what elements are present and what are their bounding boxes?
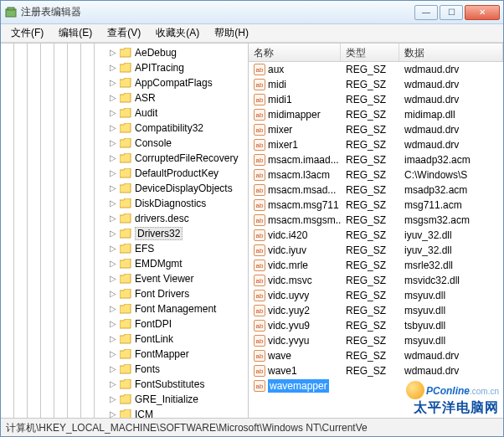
tree-node[interactable]: ▷Compatibility32	[1, 121, 248, 136]
tree-node[interactable]: ▷ICM	[1, 407, 248, 418]
menu-edit[interactable]: 编辑(E)	[52, 24, 99, 42]
expand-icon[interactable]: ▷	[108, 199, 117, 208]
string-value-icon: ab	[254, 139, 265, 151]
expand-icon[interactable]: ▷	[108, 229, 117, 239]
tree-node[interactable]: ▷ASR	[1, 90, 248, 105]
expand-icon[interactable]: ▷	[108, 79, 117, 88]
col-header-type[interactable]: 类型	[341, 44, 399, 61]
expand-icon[interactable]: ▷	[108, 290, 117, 299]
list-row[interactable]: abmidimapperREG_SZmidimap.dll	[249, 107, 503, 122]
folder-icon	[120, 304, 131, 314]
list-header: 名称 类型 数据	[249, 44, 503, 62]
list-row[interactable]: abwavemapper	[249, 378, 503, 393]
value-name: msacm.l3acm	[268, 169, 330, 181]
tree-node[interactable]: ▷Font Management	[1, 301, 248, 316]
menu-help[interactable]: 帮助(H)	[208, 24, 255, 42]
list-row[interactable]: abmsacm.msad...REG_SZmsadp32.acm	[249, 183, 503, 198]
tree-node[interactable]: ▷drivers.desc	[1, 211, 248, 226]
tree-node[interactable]: ▷Fonts	[1, 362, 248, 377]
string-value-icon: ab	[254, 350, 265, 362]
list-row[interactable]: abvidc.uyvyREG_SZmsyuv.dll	[249, 288, 503, 303]
tree-node[interactable]: ▷FontMapper	[1, 347, 248, 362]
list-row[interactable]: abwaveREG_SZwdmaud.drv	[249, 348, 503, 363]
menu-file[interactable]: 文件(F)	[4, 24, 50, 42]
expand-icon[interactable]: ▷	[108, 64, 117, 73]
maximize-button[interactable]: ☐	[440, 5, 463, 20]
string-value-icon: ab	[254, 320, 265, 332]
tree-node[interactable]: ▷APITracing	[1, 60, 248, 75]
tree-node[interactable]: ▷FontLink	[1, 332, 248, 347]
close-button[interactable]: ✕	[465, 5, 500, 20]
expand-icon[interactable]: ▷	[108, 395, 117, 404]
list-row[interactable]: abmidi1REG_SZwdmaud.drv	[249, 92, 503, 107]
expand-icon[interactable]: ▷	[108, 49, 117, 58]
value-name: vidc.iyuv	[268, 244, 306, 256]
tree-node[interactable]: ▷AeDebug	[1, 45, 248, 60]
tree-label: Font Drivers	[135, 288, 189, 300]
titlebar[interactable]: 注册表编辑器 — ☐ ✕	[1, 1, 503, 24]
expand-icon[interactable]: ▷	[108, 109, 117, 118]
expand-icon[interactable]: ▷	[108, 154, 117, 163]
expand-icon[interactable]: ▷	[108, 94, 117, 103]
expand-icon[interactable]: ▷	[108, 305, 117, 314]
list-row[interactable]: abvidc.i420REG_SZiyuv_32.dll	[249, 228, 503, 243]
list-row[interactable]: abvidc.yuy2REG_SZmsyuv.dll	[249, 303, 503, 318]
value-name: msacm.msgsm...	[268, 214, 341, 226]
list-row[interactable]: abmidiREG_SZwdmaud.drv	[249, 77, 503, 92]
tree-label: FontSubstitutes	[135, 378, 204, 390]
tree-node[interactable]: ▷DefaultProductKey	[1, 166, 248, 181]
expand-icon[interactable]: ▷	[108, 184, 117, 193]
list-row[interactable]: abvidc.iyuvREG_SZiyuv_32.dll	[249, 243, 503, 258]
list-row[interactable]: abvidc.yvu9REG_SZtsbyuv.dll	[249, 318, 503, 333]
tree-label: Event Viewer	[135, 273, 193, 285]
expand-icon[interactable]: ▷	[108, 124, 117, 133]
expand-icon[interactable]: ▷	[108, 260, 117, 269]
list-row[interactable]: abmixer1REG_SZwdmaud.drv	[249, 137, 503, 152]
list-row[interactable]: abvidc.mrleREG_SZmsrle32.dll	[249, 258, 503, 273]
expand-icon[interactable]: ▷	[108, 169, 117, 178]
tree-pane[interactable]: ▷AeDebug▷APITracing▷AppCompatFlags▷ASR▷A…	[1, 44, 249, 418]
value-data: msyuv.dll	[399, 290, 503, 301]
tree-node[interactable]: ▷DiskDiagnostics	[1, 196, 248, 211]
tree-node[interactable]: ▷Audit	[1, 105, 248, 121]
list-row[interactable]: abvidc.yvyuREG_SZmsyuv.dll	[249, 333, 503, 348]
tree-node[interactable]: ▷Drivers32	[1, 226, 248, 241]
folder-icon	[120, 274, 131, 284]
tree-node[interactable]: ▷Console	[1, 136, 248, 151]
list-row[interactable]: abauxREG_SZwdmaud.drv	[249, 62, 503, 77]
tree-node[interactable]: ▷DeviceDisplayObjects	[1, 181, 248, 196]
expand-icon[interactable]: ▷	[108, 380, 117, 389]
expand-icon[interactable]: ▷	[108, 350, 117, 359]
expand-icon[interactable]: ▷	[108, 320, 117, 329]
list-row[interactable]: abmsacm.imaad...REG_SZimaadp32.acm	[249, 152, 503, 167]
list-row[interactable]: abmsacm.msg711REG_SZmsg711.acm	[249, 198, 503, 213]
list-row[interactable]: abmsacm.l3acmREG_SZC:\Windows\S	[249, 167, 503, 183]
list-row[interactable]: abwave1REG_SZwdmaud.drv	[249, 363, 503, 378]
expand-icon[interactable]: ▷	[108, 365, 117, 374]
tree-node[interactable]: ▷GRE_Initialize	[1, 392, 248, 407]
tree-node[interactable]: ▷Event Viewer	[1, 271, 248, 286]
expand-icon[interactable]: ▷	[108, 214, 117, 224]
tree-node[interactable]: ▷CorruptedFileRecovery	[1, 151, 248, 166]
tree-node[interactable]: ▷AppCompatFlags	[1, 75, 248, 90]
col-header-data[interactable]: 数据	[399, 44, 503, 61]
list-body[interactable]: abauxREG_SZwdmaud.drvabmidiREG_SZwdmaud.…	[249, 62, 503, 418]
tree-node[interactable]: ▷EMDMgmt	[1, 256, 248, 271]
expand-icon[interactable]: ▷	[108, 335, 117, 344]
tree-node[interactable]: ▷EFS	[1, 241, 248, 256]
value-name: vidc.i420	[268, 229, 307, 241]
list-row[interactable]: abmixerREG_SZwdmaud.drv	[249, 122, 503, 137]
tree-node[interactable]: ▷Font Drivers	[1, 286, 248, 301]
expand-icon[interactable]: ▷	[108, 275, 117, 284]
list-row[interactable]: abvidc.msvcREG_SZmsvidc32.dll	[249, 273, 503, 288]
expand-icon[interactable]: ▷	[108, 244, 117, 254]
list-row[interactable]: abmsacm.msgsm...REG_SZmsgsm32.acm	[249, 213, 503, 228]
menu-view[interactable]: 查看(V)	[100, 24, 147, 42]
tree-node[interactable]: ▷FontSubstitutes	[1, 377, 248, 392]
expand-icon[interactable]: ▷	[108, 410, 117, 419]
tree-node[interactable]: ▷FontDPI	[1, 316, 248, 332]
minimize-button[interactable]: —	[414, 5, 438, 20]
expand-icon[interactable]: ▷	[108, 139, 117, 148]
col-header-name[interactable]: 名称	[249, 44, 341, 61]
menu-favorites[interactable]: 收藏夹(A)	[149, 24, 206, 42]
